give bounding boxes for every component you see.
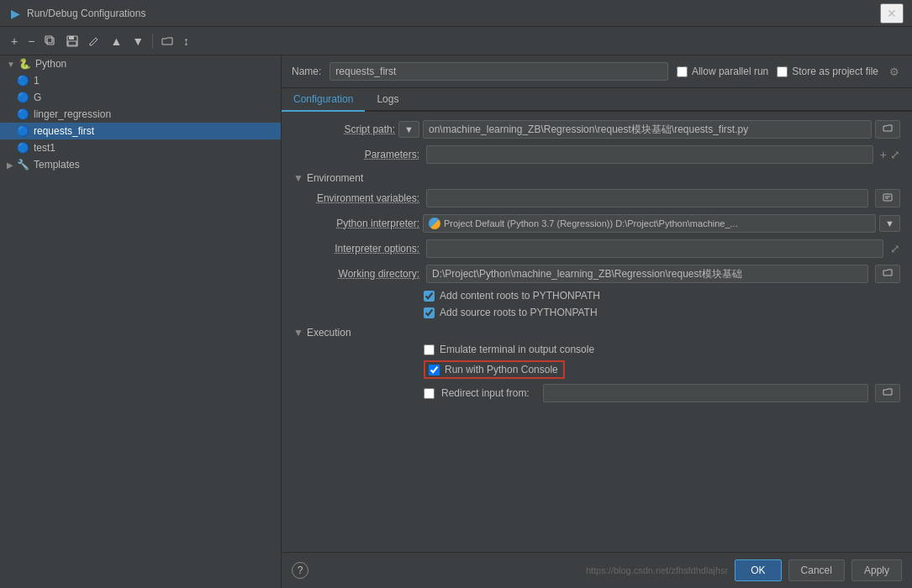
add-button[interactable]: + [7, 32, 22, 50]
name-row: Name: Allow parallel run Store as projec… [282, 55, 912, 88]
tree-item-1[interactable]: 🔵 1 [0, 72, 281, 89]
apply-button[interactable]: Apply [851, 559, 902, 581]
tree-item-linger[interactable]: 🔵 linger_regression [0, 106, 281, 123]
params-add-btn[interactable]: + [880, 148, 887, 161]
add-source-roots-label: Add source roots to PYTHONPATH [440, 307, 598, 318]
copy-button[interactable] [40, 33, 61, 50]
python-console-highlight-box: Run with Python Console [424, 360, 565, 379]
redirect-browse[interactable] [875, 384, 900, 402]
close-button[interactable]: ✕ [880, 3, 904, 24]
working-dir-browse[interactable] [875, 265, 900, 283]
script-path-dropdown[interactable]: ▼ [398, 121, 419, 138]
snake-icon-linger: 🔵 [17, 108, 29, 120]
folder-button[interactable] [157, 34, 177, 49]
edit-button[interactable] [84, 33, 104, 50]
store-project-checkbox[interactable] [777, 66, 788, 77]
working-dir-icon [883, 268, 893, 278]
name-input[interactable] [329, 62, 668, 81]
exec-arrow[interactable]: ▼ [293, 327, 303, 339]
working-dir-input[interactable] [426, 265, 868, 283]
tab-configuration[interactable]: Configuration [282, 88, 365, 112]
env-variables-input[interactable] [426, 189, 868, 207]
working-dir-label: Working directory: [293, 268, 419, 280]
bottom-bar: ? https://blog.csdn.net/zfhsfdhdlajhsr O… [282, 552, 912, 588]
env-variables-browse[interactable] [875, 189, 900, 207]
script-path-row: Script path: ▼ [293, 120, 900, 139]
main-content: ▼ 🐍 Python 🔵 1 🔵 G 🔵 linger_regression 🔵… [0, 55, 912, 588]
interpreter-select[interactable]: Project Default (Python 3.7 (Regression)… [423, 214, 876, 233]
interpreter-dropdown[interactable]: ▼ [879, 215, 900, 232]
add-content-roots-checkbox[interactable] [424, 291, 435, 302]
snake-icon-test1: 🔵 [17, 142, 29, 154]
env-browse-icon [883, 192, 893, 202]
parameters-label: Parameters: [293, 149, 419, 160]
url-label: https://blog.csdn.net/zfhsfdhdlajhsr [586, 565, 728, 575]
cancel-button[interactable]: Cancel [788, 559, 845, 581]
script-path-input[interactable] [423, 120, 872, 139]
gear-button[interactable]: ⚙ [887, 65, 902, 79]
redirect-input-checkbox[interactable] [424, 388, 435, 399]
tree-item-test1-label: test1 [34, 142, 55, 154]
emulate-terminal-checkbox[interactable] [424, 344, 435, 355]
tab-logs[interactable]: Logs [365, 88, 410, 112]
add-source-roots-checkbox[interactable] [424, 307, 435, 318]
config-content: Script path: ▼ Parameters: + [282, 112, 912, 552]
left-panel: ▼ 🐍 Python 🔵 1 🔵 G 🔵 linger_regression 🔵… [0, 55, 282, 588]
interpreter-options-input[interactable] [426, 239, 883, 258]
allow-parallel-label: Allow parallel run [677, 66, 768, 77]
name-label: Name: [292, 66, 321, 77]
params-expand-btn[interactable]: ⤢ [890, 148, 900, 161]
remove-button[interactable]: − [24, 32, 39, 50]
tabs: Configuration Logs [282, 88, 912, 112]
script-path-browse[interactable] [875, 120, 900, 139]
run-python-console-checkbox[interactable] [429, 365, 440, 375]
script-label-area: Script path: ▼ [293, 121, 419, 138]
env-arrow[interactable]: ▼ [293, 172, 303, 184]
python-group[interactable]: ▼ 🐍 Python [0, 55, 281, 72]
redirect-browse-icon [883, 387, 893, 397]
add-content-roots-label: Add content roots to PYTHONPATH [440, 290, 600, 302]
python-arrow: ▼ [7, 60, 15, 69]
cb-emulate-row: Emulate terminal in output console [293, 344, 900, 355]
python-interpreter-label: Python interpreter: [293, 218, 419, 229]
templates-label: Templates [34, 159, 80, 171]
save-button[interactable] [62, 33, 82, 50]
copy-icon [45, 35, 56, 47]
templates-arrow: ▶ [7, 160, 13, 170]
params-icons: + ⤢ [880, 148, 900, 161]
tree-item-requests[interactable]: 🔵 requests_first [0, 123, 281, 139]
redirect-input-field[interactable] [543, 384, 868, 402]
allow-parallel-checkbox[interactable] [677, 66, 688, 77]
down-button[interactable]: ▼ [128, 32, 148, 50]
interpreter-value: Project Default (Python 3.7 (Regression)… [444, 218, 738, 228]
title-bar-text: Run/Debug Configurations [27, 8, 880, 19]
ok-button[interactable]: OK [735, 559, 781, 581]
env-variables-label: Environment variables: [293, 192, 419, 204]
interpreter-options-expand[interactable]: ⤢ [890, 242, 900, 255]
templates-group[interactable]: ▶ 🔧 Templates [0, 156, 281, 173]
app-icon: ▶ [8, 7, 22, 20]
parameters-input[interactable] [426, 145, 873, 164]
environment-section: ▼ Environment [293, 172, 900, 184]
run-python-console-label: Run with Python Console [445, 364, 558, 375]
tree-item-test1[interactable]: 🔵 test1 [0, 139, 281, 156]
bottom-left: ? [292, 562, 308, 579]
svg-rect-0 [47, 38, 54, 45]
bottom-right: https://blog.csdn.net/zfhsfdhdlajhsr OK … [586, 559, 902, 581]
tree-item-G[interactable]: 🔵 G [0, 89, 281, 106]
svg-rect-3 [69, 36, 74, 39]
help-button[interactable]: ? [292, 562, 308, 579]
svg-rect-4 [68, 41, 76, 45]
emulate-terminal-label: Emulate terminal in output console [440, 344, 594, 355]
interpreter-row: Python interpreter: Project Default (Pyt… [293, 214, 900, 233]
toolbar-separator [152, 34, 153, 49]
interpreter-options-label: Interpreter options: [293, 243, 419, 255]
cb-python-console-wrapper: Run with Python Console [293, 360, 900, 379]
allow-parallel-text: Allow parallel run [692, 66, 768, 77]
python-icon: 🐍 [18, 58, 31, 70]
environment-label: Environment [307, 172, 363, 184]
right-panel: Name: Allow parallel run Store as projec… [282, 55, 912, 588]
sort-button[interactable]: ↕ [179, 32, 193, 50]
up-button[interactable]: ▲ [106, 32, 126, 50]
save-icon [66, 35, 78, 47]
